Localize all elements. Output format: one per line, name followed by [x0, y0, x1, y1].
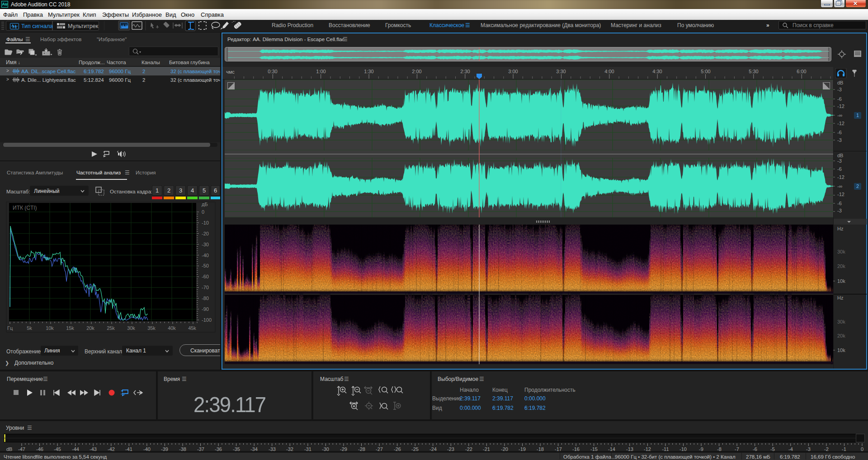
svg-text:-70: -70 — [202, 285, 209, 290]
svg-text:40k: 40k — [168, 325, 176, 331]
svg-text:ИТК (CTI): ИТК (CTI) — [13, 205, 37, 211]
svg-text:-30: -30 — [202, 242, 209, 247]
svg-text:-100: -100 — [202, 317, 212, 323]
svg-text:-10: -10 — [202, 220, 209, 225]
svg-text:-40: -40 — [202, 253, 209, 258]
svg-text:15k: 15k — [66, 325, 74, 331]
svg-text:35k: 35k — [147, 325, 156, 331]
svg-text:-60: -60 — [202, 274, 209, 279]
svg-text:5k: 5k — [27, 325, 32, 331]
svg-text:45k: 45k — [188, 325, 196, 331]
svg-text:-20: -20 — [202, 231, 209, 236]
svg-text:30k: 30k — [127, 325, 135, 331]
svg-text:дБ: дБ — [202, 202, 208, 207]
svg-text:-80: -80 — [202, 296, 209, 301]
svg-text:25k: 25k — [107, 325, 115, 331]
svg-text:-90: -90 — [202, 306, 209, 312]
svg-text:0: 0 — [202, 209, 204, 215]
svg-text:-50: -50 — [202, 263, 209, 268]
svg-text:Гц: Гц — [7, 325, 13, 331]
svg-text:20k: 20k — [86, 325, 94, 331]
svg-text:10k: 10k — [46, 325, 54, 331]
